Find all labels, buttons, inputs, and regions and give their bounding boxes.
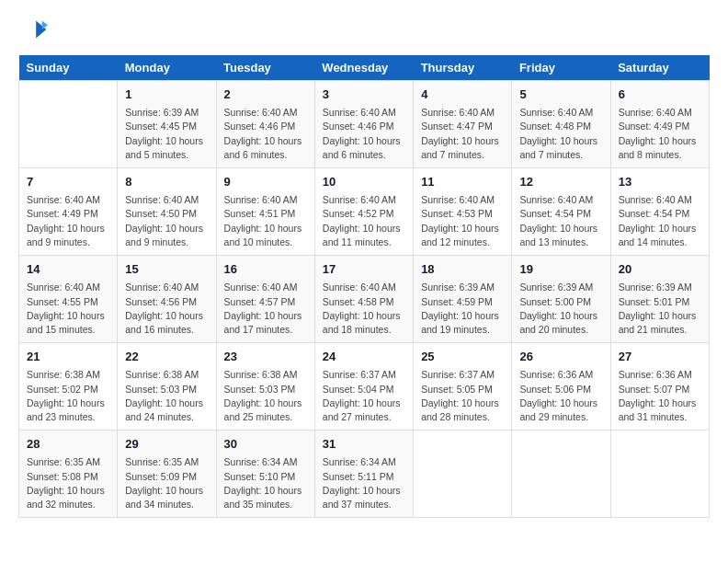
day-cell: 14Sunrise: 6:40 AMSunset: 4:55 PMDayligh…	[19, 256, 118, 343]
logo-icon	[18, 15, 48, 44]
day-info: Sunrise: 6:40 AMSunset: 4:54 PMDaylight:…	[619, 193, 701, 249]
calendar-table: SundayMondayTuesdayWednesdayThursdayFrid…	[18, 55, 710, 518]
day-info: Sunrise: 6:40 AMSunset: 4:56 PMDaylight:…	[125, 281, 208, 337]
day-cell: 8Sunrise: 6:40 AMSunset: 4:50 PMDaylight…	[118, 168, 216, 256]
day-cell: 20Sunrise: 6:39 AMSunset: 5:01 PMDayligh…	[610, 256, 709, 343]
day-info: Sunrise: 6:40 AMSunset: 4:51 PMDaylight:…	[224, 193, 307, 249]
day-number: 3	[323, 86, 405, 103]
day-number: 19	[519, 261, 602, 278]
day-cell: 5Sunrise: 6:40 AMSunset: 4:48 PMDaylight…	[512, 81, 610, 168]
day-number: 2	[224, 86, 307, 103]
day-cell	[19, 81, 118, 168]
day-info: Sunrise: 6:39 AMSunset: 4:45 PMDaylight:…	[125, 106, 208, 162]
day-info: Sunrise: 6:40 AMSunset: 4:46 PMDaylight:…	[224, 106, 307, 162]
day-number: 16	[224, 261, 307, 278]
day-number: 9	[224, 174, 307, 190]
week-row-4: 21Sunrise: 6:38 AMSunset: 5:02 PMDayligh…	[19, 343, 710, 431]
day-info: Sunrise: 6:40 AMSunset: 4:54 PMDaylight:…	[519, 193, 602, 249]
header-day-friday: Friday	[512, 55, 610, 81]
day-cell: 27Sunrise: 6:36 AMSunset: 5:07 PMDayligh…	[610, 343, 709, 431]
day-number: 30	[224, 436, 307, 453]
day-info: Sunrise: 6:38 AMSunset: 5:03 PMDaylight:…	[224, 368, 307, 424]
day-cell: 17Sunrise: 6:40 AMSunset: 4:58 PMDayligh…	[314, 256, 413, 343]
day-number: 17	[323, 261, 405, 278]
day-info: Sunrise: 6:40 AMSunset: 4:58 PMDaylight:…	[323, 281, 405, 337]
day-info: Sunrise: 6:36 AMSunset: 5:06 PMDaylight:…	[519, 368, 602, 424]
day-number: 31	[323, 436, 405, 453]
day-cell: 6Sunrise: 6:40 AMSunset: 4:49 PMDaylight…	[610, 81, 709, 168]
day-number: 26	[519, 349, 602, 365]
day-number: 20	[619, 261, 701, 278]
day-cell: 2Sunrise: 6:40 AMSunset: 4:46 PMDaylight…	[216, 81, 314, 168]
day-info: Sunrise: 6:34 AMSunset: 5:10 PMDaylight:…	[224, 455, 307, 511]
day-cell: 22Sunrise: 6:38 AMSunset: 5:03 PMDayligh…	[118, 343, 216, 431]
header-day-wednesday: Wednesday	[314, 55, 413, 81]
day-number: 11	[421, 174, 504, 190]
header-day-saturday: Saturday	[610, 55, 709, 81]
day-info: Sunrise: 6:37 AMSunset: 5:04 PMDaylight:…	[323, 368, 405, 424]
header-day-monday: Monday	[118, 55, 216, 81]
day-cell: 9Sunrise: 6:40 AMSunset: 4:51 PMDaylight…	[216, 168, 314, 256]
day-info: Sunrise: 6:34 AMSunset: 5:11 PMDaylight:…	[323, 455, 405, 511]
day-number: 4	[421, 86, 504, 103]
day-cell: 13Sunrise: 6:40 AMSunset: 4:54 PMDayligh…	[610, 168, 709, 256]
day-number: 12	[519, 174, 602, 190]
day-info: Sunrise: 6:40 AMSunset: 4:47 PMDaylight:…	[421, 106, 504, 162]
day-cell: 24Sunrise: 6:37 AMSunset: 5:04 PMDayligh…	[314, 343, 413, 431]
day-cell	[610, 431, 709, 518]
day-cell: 18Sunrise: 6:39 AMSunset: 4:59 PMDayligh…	[414, 256, 512, 343]
day-number: 13	[619, 174, 701, 190]
day-number: 28	[27, 436, 109, 453]
day-info: Sunrise: 6:38 AMSunset: 5:02 PMDaylight:…	[27, 368, 109, 424]
day-info: Sunrise: 6:39 AMSunset: 5:00 PMDaylight:…	[519, 281, 602, 337]
day-cell: 1Sunrise: 6:39 AMSunset: 4:45 PMDaylight…	[118, 81, 216, 168]
day-number: 23	[224, 349, 307, 365]
day-number: 5	[519, 86, 602, 103]
header-day-sunday: Sunday	[19, 55, 118, 81]
day-cell: 11Sunrise: 6:40 AMSunset: 4:53 PMDayligh…	[414, 168, 512, 256]
day-info: Sunrise: 6:40 AMSunset: 4:57 PMDaylight:…	[224, 281, 307, 337]
day-info: Sunrise: 6:36 AMSunset: 5:07 PMDaylight:…	[619, 368, 701, 424]
day-info: Sunrise: 6:40 AMSunset: 4:49 PMDaylight:…	[619, 106, 701, 162]
page-header	[18, 15, 710, 44]
day-info: Sunrise: 6:39 AMSunset: 5:01 PMDaylight:…	[619, 281, 701, 337]
header-day-thursday: Thursday	[414, 55, 512, 81]
day-cell: 19Sunrise: 6:39 AMSunset: 5:00 PMDayligh…	[512, 256, 610, 343]
header-row: SundayMondayTuesdayWednesdayThursdayFrid…	[19, 55, 710, 81]
day-info: Sunrise: 6:40 AMSunset: 4:48 PMDaylight:…	[519, 106, 602, 162]
day-number: 7	[27, 174, 109, 190]
day-info: Sunrise: 6:40 AMSunset: 4:49 PMDaylight:…	[27, 193, 109, 249]
day-cell: 3Sunrise: 6:40 AMSunset: 4:46 PMDaylight…	[314, 81, 413, 168]
day-number: 22	[125, 349, 208, 365]
logo	[18, 15, 51, 44]
week-row-5: 28Sunrise: 6:35 AMSunset: 5:08 PMDayligh…	[19, 431, 710, 518]
day-info: Sunrise: 6:40 AMSunset: 4:55 PMDaylight:…	[27, 281, 109, 337]
day-number: 21	[27, 349, 109, 365]
day-cell: 7Sunrise: 6:40 AMSunset: 4:49 PMDaylight…	[19, 168, 118, 256]
day-cell: 30Sunrise: 6:34 AMSunset: 5:10 PMDayligh…	[216, 431, 314, 518]
day-info: Sunrise: 6:40 AMSunset: 4:53 PMDaylight:…	[421, 193, 504, 249]
day-number: 18	[421, 261, 504, 278]
day-number: 10	[323, 174, 405, 190]
day-info: Sunrise: 6:40 AMSunset: 4:52 PMDaylight:…	[323, 193, 405, 249]
day-info: Sunrise: 6:35 AMSunset: 5:09 PMDaylight:…	[125, 455, 208, 511]
day-cell: 4Sunrise: 6:40 AMSunset: 4:47 PMDaylight…	[414, 81, 512, 168]
day-cell: 10Sunrise: 6:40 AMSunset: 4:52 PMDayligh…	[314, 168, 413, 256]
day-cell	[414, 431, 512, 518]
day-info: Sunrise: 6:40 AMSunset: 4:46 PMDaylight:…	[323, 106, 405, 162]
day-cell: 31Sunrise: 6:34 AMSunset: 5:11 PMDayligh…	[314, 431, 413, 518]
day-number: 29	[125, 436, 208, 453]
day-number: 14	[27, 261, 109, 278]
week-row-2: 7Sunrise: 6:40 AMSunset: 4:49 PMDaylight…	[19, 168, 710, 256]
day-number: 8	[125, 174, 208, 190]
day-cell	[512, 431, 610, 518]
header-day-tuesday: Tuesday	[216, 55, 314, 81]
week-row-1: 1Sunrise: 6:39 AMSunset: 4:45 PMDaylight…	[19, 81, 710, 168]
day-cell: 25Sunrise: 6:37 AMSunset: 5:05 PMDayligh…	[414, 343, 512, 431]
day-cell: 26Sunrise: 6:36 AMSunset: 5:06 PMDayligh…	[512, 343, 610, 431]
day-cell: 15Sunrise: 6:40 AMSunset: 4:56 PMDayligh…	[118, 256, 216, 343]
day-number: 24	[323, 349, 405, 365]
day-info: Sunrise: 6:35 AMSunset: 5:08 PMDaylight:…	[27, 455, 109, 511]
day-cell: 12Sunrise: 6:40 AMSunset: 4:54 PMDayligh…	[512, 168, 610, 256]
day-cell: 28Sunrise: 6:35 AMSunset: 5:08 PMDayligh…	[19, 431, 118, 518]
